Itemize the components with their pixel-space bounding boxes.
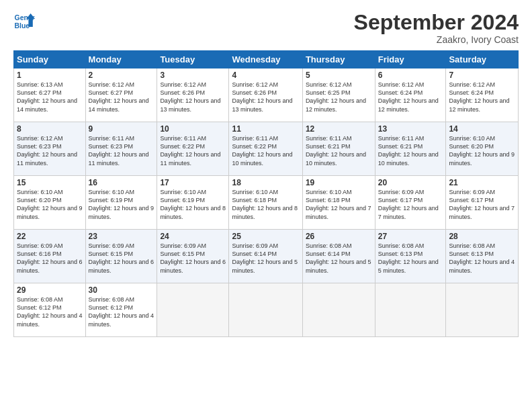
col-monday: Monday: [85, 51, 157, 68]
table-row: 19Sunrise: 6:10 AMSunset: 6:18 PMDayligh…: [302, 176, 375, 230]
table-row: 28Sunrise: 6:08 AMSunset: 6:13 PMDayligh…: [446, 230, 519, 283]
table-row: 14Sunrise: 6:10 AMSunset: 6:20 PMDayligh…: [446, 122, 519, 176]
table-row: 12Sunrise: 6:11 AMSunset: 6:21 PMDayligh…: [302, 122, 375, 176]
table-row: 15Sunrise: 6:10 AMSunset: 6:20 PMDayligh…: [14, 176, 86, 230]
calendar: Sunday Monday Tuesday Wednesday Thursday…: [13, 50, 519, 337]
table-row: [302, 283, 375, 337]
table-row: 3Sunrise: 6:12 AMSunset: 6:26 PMDaylight…: [157, 68, 229, 122]
month-title: September 2024: [354, 11, 519, 34]
page: General Blue September 2024 Zaakro, Ivor…: [0, 0, 532, 411]
table-row: 17Sunrise: 6:10 AMSunset: 6:19 PMDayligh…: [157, 176, 229, 230]
calendar-body: 1Sunrise: 6:13 AMSunset: 6:27 PMDaylight…: [14, 68, 519, 337]
svg-text:Blue: Blue: [15, 22, 30, 30]
table-row: 5Sunrise: 6:12 AMSunset: 6:25 PMDaylight…: [302, 68, 375, 122]
table-row: 6Sunrise: 6:12 AMSunset: 6:24 PMDaylight…: [375, 68, 446, 122]
table-row: 1Sunrise: 6:13 AMSunset: 6:27 PMDaylight…: [14, 68, 86, 122]
table-row: 25Sunrise: 6:09 AMSunset: 6:14 PMDayligh…: [229, 230, 302, 283]
table-row: 4Sunrise: 6:12 AMSunset: 6:26 PMDaylight…: [229, 68, 302, 122]
calendar-week-4: 22Sunrise: 6:09 AMSunset: 6:16 PMDayligh…: [14, 230, 519, 283]
table-row: 22Sunrise: 6:09 AMSunset: 6:16 PMDayligh…: [14, 230, 86, 283]
col-thursday: Thursday: [302, 51, 375, 68]
table-row: 21Sunrise: 6:09 AMSunset: 6:17 PMDayligh…: [446, 176, 519, 230]
table-row: 20Sunrise: 6:09 AMSunset: 6:17 PMDayligh…: [375, 176, 446, 230]
table-row: 8Sunrise: 6:12 AMSunset: 6:23 PMDaylight…: [14, 122, 86, 176]
title-block: September 2024 Zaakro, Ivory Coast: [354, 11, 519, 45]
col-saturday: Saturday: [446, 51, 519, 68]
calendar-week-3: 15Sunrise: 6:10 AMSunset: 6:20 PMDayligh…: [14, 176, 519, 230]
calendar-week-5: 29Sunrise: 6:08 AMSunset: 6:12 PMDayligh…: [14, 283, 519, 337]
table-row: 29Sunrise: 6:08 AMSunset: 6:12 PMDayligh…: [14, 283, 86, 337]
table-row: [375, 283, 446, 337]
table-row: 24Sunrise: 6:09 AMSunset: 6:15 PMDayligh…: [157, 230, 229, 283]
col-tuesday: Tuesday: [157, 51, 229, 68]
table-row: 11Sunrise: 6:11 AMSunset: 6:22 PMDayligh…: [229, 122, 302, 176]
calendar-header-row: Sunday Monday Tuesday Wednesday Thursday…: [14, 51, 519, 68]
table-row: 9Sunrise: 6:11 AMSunset: 6:23 PMDaylight…: [85, 122, 157, 176]
table-row: 26Sunrise: 6:08 AMSunset: 6:14 PMDayligh…: [302, 230, 375, 283]
table-row: 13Sunrise: 6:11 AMSunset: 6:21 PMDayligh…: [375, 122, 446, 176]
table-row: 7Sunrise: 6:12 AMSunset: 6:24 PMDaylight…: [446, 68, 519, 122]
header: General Blue September 2024 Zaakro, Ivor…: [13, 11, 519, 45]
logo: General Blue: [13, 11, 35, 32]
calendar-week-2: 8Sunrise: 6:12 AMSunset: 6:23 PMDaylight…: [14, 122, 519, 176]
col-friday: Friday: [375, 51, 446, 68]
table-row: 30Sunrise: 6:08 AMSunset: 6:12 PMDayligh…: [85, 283, 157, 337]
calendar-week-1: 1Sunrise: 6:13 AMSunset: 6:27 PMDaylight…: [14, 68, 519, 122]
location: Zaakro, Ivory Coast: [354, 34, 519, 45]
table-row: [229, 283, 302, 337]
table-row: [157, 283, 229, 337]
table-row: 18Sunrise: 6:10 AMSunset: 6:18 PMDayligh…: [229, 176, 302, 230]
table-row: 16Sunrise: 6:10 AMSunset: 6:19 PMDayligh…: [85, 176, 157, 230]
logo-icon: General Blue: [13, 11, 35, 32]
table-row: 23Sunrise: 6:09 AMSunset: 6:15 PMDayligh…: [85, 230, 157, 283]
table-row: 2Sunrise: 6:12 AMSunset: 6:27 PMDaylight…: [85, 68, 157, 122]
table-row: 27Sunrise: 6:08 AMSunset: 6:13 PMDayligh…: [375, 230, 446, 283]
col-sunday: Sunday: [14, 51, 86, 68]
col-wednesday: Wednesday: [229, 51, 302, 68]
table-row: 10Sunrise: 6:11 AMSunset: 6:22 PMDayligh…: [157, 122, 229, 176]
table-row: [446, 283, 519, 337]
